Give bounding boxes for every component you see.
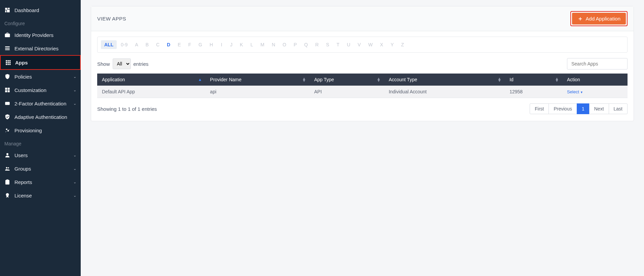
filter-g[interactable]: G bbox=[195, 40, 205, 49]
svg-point-21 bbox=[6, 129, 8, 130]
svg-rect-3 bbox=[7, 10, 10, 12]
sidebar-label: Provisioning bbox=[14, 128, 76, 133]
apps-grid-icon bbox=[5, 59, 12, 65]
show-label: Show bbox=[97, 61, 110, 67]
sort-asc-icon: ▲ bbox=[198, 79, 202, 81]
filter-x[interactable]: X bbox=[377, 40, 386, 49]
add-button-label: Add Application bbox=[586, 16, 620, 21]
svg-point-23 bbox=[6, 153, 8, 155]
svg-rect-6 bbox=[5, 49, 10, 50]
sidebar-label: Apps bbox=[15, 60, 76, 65]
entries-label: entries bbox=[134, 61, 149, 67]
filter-o[interactable]: O bbox=[279, 40, 290, 49]
col-accounttype[interactable]: Account Type ▲▼ bbox=[384, 74, 505, 86]
sidebar-item-license[interactable]: License ⌄ bbox=[0, 189, 81, 202]
svg-rect-13 bbox=[6, 64, 7, 65]
page-title: VIEW APPS bbox=[97, 16, 126, 21]
pagination: First Previous 1 Next Last bbox=[530, 103, 628, 114]
filter-a[interactable]: A bbox=[131, 40, 141, 49]
col-id[interactable]: Id ▲▼ bbox=[505, 74, 562, 86]
table-header-row: Application ▲ Provider Name ▲▼ App Type … bbox=[97, 74, 628, 86]
svg-rect-18 bbox=[5, 90, 7, 92]
sidebar-item-apps[interactable]: Apps bbox=[0, 55, 81, 70]
twofa-icon bbox=[4, 100, 12, 106]
filter-i[interactable]: I bbox=[217, 40, 226, 49]
sidebar-label: Reports bbox=[14, 179, 73, 185]
filter-t[interactable]: T bbox=[333, 40, 343, 49]
filter-p[interactable]: P bbox=[290, 40, 300, 49]
search-input[interactable] bbox=[567, 58, 628, 70]
filter-q[interactable]: Q bbox=[301, 40, 311, 49]
entries-info: Showing 1 to 1 of 1 entries bbox=[97, 106, 157, 112]
filter-m[interactable]: M bbox=[257, 40, 268, 49]
filter-r[interactable]: R bbox=[312, 40, 322, 49]
sidebar-item-groups[interactable]: Groups ⌄ bbox=[0, 162, 81, 175]
sidebar-item-dashboard[interactable]: Dashboard bbox=[0, 3, 81, 17]
filter-k[interactable]: K bbox=[236, 40, 246, 49]
filter-f[interactable]: F bbox=[185, 40, 195, 49]
filter-c[interactable]: C bbox=[153, 40, 163, 49]
caret-down-icon: ▼ bbox=[580, 91, 583, 94]
sidebar-label: 2-Factor Authentication bbox=[14, 101, 73, 106]
sidebar-item-external-directories[interactable]: External Directories bbox=[0, 42, 81, 55]
filter-0-9[interactable]: 0-9 bbox=[117, 40, 131, 49]
filter-z[interactable]: Z bbox=[398, 40, 408, 49]
svg-rect-4 bbox=[5, 46, 10, 47]
sidebar-item-identity-providers[interactable]: Identity Providers bbox=[0, 28, 81, 42]
provisioning-icon bbox=[4, 127, 12, 133]
filter-d[interactable]: D bbox=[163, 40, 174, 49]
filter-b[interactable]: B bbox=[142, 40, 152, 49]
col-apptype[interactable]: App Type ▲▼ bbox=[309, 74, 384, 86]
col-action: Action bbox=[562, 74, 628, 86]
customization-icon bbox=[4, 87, 12, 93]
filter-all[interactable]: ALL bbox=[101, 40, 117, 49]
add-application-button[interactable]: ＋ Add Application bbox=[572, 13, 626, 25]
sidebar-label: Users bbox=[14, 152, 73, 158]
page-first[interactable]: First bbox=[530, 103, 549, 114]
filter-y[interactable]: Y bbox=[387, 40, 397, 49]
cell-id: 12958 bbox=[505, 86, 562, 98]
sidebar-item-provisioning[interactable]: Provisioning bbox=[0, 124, 81, 137]
col-provider[interactable]: Provider Name ▲▼ bbox=[205, 74, 310, 86]
sidebar-item-customization[interactable]: Customization ⌄ bbox=[0, 83, 81, 97]
filter-l[interactable]: L bbox=[247, 40, 257, 49]
chevron-down-icon: ⌄ bbox=[73, 75, 76, 79]
chevron-down-icon: ⌄ bbox=[73, 180, 76, 184]
col-application[interactable]: Application ▲ bbox=[97, 74, 205, 86]
filter-h[interactable]: H bbox=[206, 40, 216, 49]
filter-j[interactable]: J bbox=[227, 40, 236, 49]
cell-provider: api bbox=[205, 86, 310, 98]
sidebar-label: Dashboard bbox=[14, 7, 76, 13]
sidebar-label: Customization bbox=[14, 87, 73, 93]
page-1[interactable]: 1 bbox=[577, 103, 590, 114]
sidebar: Dashboard Configure Identity Providers E… bbox=[0, 0, 81, 276]
chevron-down-icon: ⌄ bbox=[73, 193, 76, 198]
row-select-action[interactable]: Select▼ bbox=[567, 89, 583, 94]
filter-e[interactable]: E bbox=[174, 40, 184, 49]
entries-select[interactable]: All bbox=[113, 58, 131, 69]
sidebar-item-2fa[interactable]: 2-Factor Authentication ⌄ bbox=[0, 97, 81, 110]
clipboard-icon bbox=[4, 179, 12, 185]
page-last[interactable]: Last bbox=[609, 103, 628, 114]
page-next[interactable]: Next bbox=[589, 103, 609, 114]
chevron-down-icon: ⌄ bbox=[73, 101, 76, 106]
cell-apptype: API bbox=[309, 86, 384, 98]
view-apps-panel: VIEW APPS ＋ Add Application ALL 0-9 A B … bbox=[91, 6, 634, 121]
svg-rect-1 bbox=[8, 8, 10, 9]
sort-icon: ▲▼ bbox=[377, 78, 381, 82]
sidebar-item-reports[interactable]: Reports ⌄ bbox=[0, 175, 81, 189]
page-prev[interactable]: Previous bbox=[548, 103, 577, 114]
shield-check-icon bbox=[4, 114, 12, 120]
svg-point-25 bbox=[8, 167, 9, 169]
chevron-down-icon: ⌄ bbox=[73, 153, 76, 157]
license-icon bbox=[4, 192, 12, 198]
filter-v[interactable]: V bbox=[354, 40, 364, 49]
sidebar-item-users[interactable]: Users ⌄ bbox=[0, 148, 81, 162]
sidebar-item-adaptive-auth[interactable]: Adaptive Authentication bbox=[0, 110, 81, 124]
sort-icon: ▲▼ bbox=[555, 78, 559, 82]
sidebar-item-policies[interactable]: Policies ⌄ bbox=[0, 70, 81, 83]
filter-w[interactable]: W bbox=[365, 40, 376, 49]
filter-n[interactable]: N bbox=[268, 40, 278, 49]
filter-u[interactable]: U bbox=[343, 40, 353, 49]
filter-s[interactable]: S bbox=[323, 40, 333, 49]
